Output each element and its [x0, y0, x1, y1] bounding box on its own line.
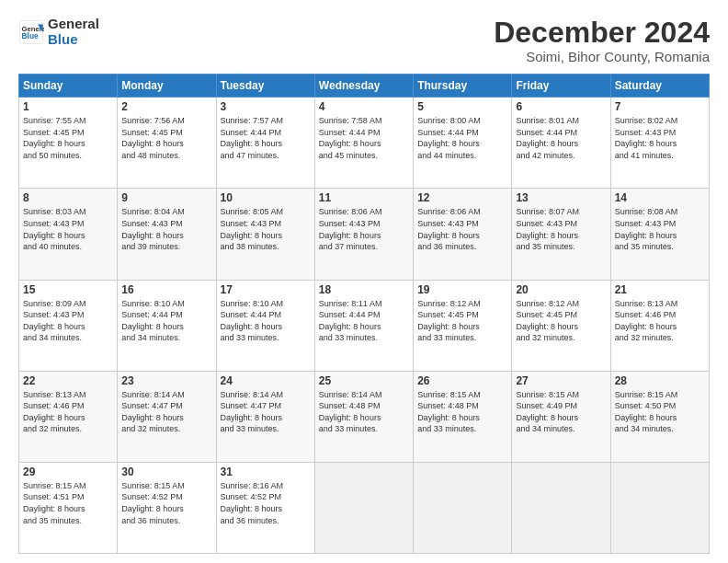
weekday-header-row: SundayMondayTuesdayWednesdayThursdayFrid… [19, 75, 710, 98]
calendar-cell: 13Sunrise: 8:07 AM Sunset: 4:43 PM Dayli… [512, 189, 610, 280]
calendar-cell: 5Sunrise: 8:00 AM Sunset: 4:44 PM Daylig… [414, 98, 512, 189]
cell-text: Sunrise: 8:09 AM Sunset: 4:43 PM Dayligh… [23, 298, 113, 344]
cell-text: Sunrise: 8:03 AM Sunset: 4:43 PM Dayligh… [23, 206, 113, 252]
day-number: 27 [516, 374, 606, 387]
calendar-cell: 4Sunrise: 7:58 AM Sunset: 4:44 PM Daylig… [314, 98, 413, 189]
calendar-cell: 7Sunrise: 8:02 AM Sunset: 4:43 PM Daylig… [610, 98, 709, 189]
calendar-cell [414, 462, 512, 553]
calendar-cell: 3Sunrise: 7:57 AM Sunset: 4:44 PM Daylig… [216, 98, 314, 189]
cell-text: Sunrise: 8:00 AM Sunset: 4:44 PM Dayligh… [417, 115, 507, 161]
day-number: 3 [221, 100, 311, 113]
calendar-cell: 26Sunrise: 8:15 AM Sunset: 4:48 PM Dayli… [414, 371, 512, 462]
day-number: 16 [121, 283, 211, 296]
day-number: 11 [319, 191, 409, 204]
cell-text: Sunrise: 8:06 AM Sunset: 4:43 PM Dayligh… [319, 206, 409, 252]
weekday-header-sunday: Sunday [19, 75, 118, 98]
calendar-cell: 28Sunrise: 8:15 AM Sunset: 4:50 PM Dayli… [610, 371, 709, 462]
calendar-cell: 29Sunrise: 8:15 AM Sunset: 4:51 PM Dayli… [19, 462, 118, 553]
cell-text: Sunrise: 8:01 AM Sunset: 4:44 PM Dayligh… [516, 115, 606, 161]
cell-text: Sunrise: 8:12 AM Sunset: 4:45 PM Dayligh… [516, 298, 606, 344]
day-number: 4 [319, 100, 409, 113]
day-number: 29 [23, 465, 113, 478]
calendar-cell: 19Sunrise: 8:12 AM Sunset: 4:45 PM Dayli… [414, 280, 512, 371]
cell-text: Sunrise: 8:15 AM Sunset: 4:52 PM Dayligh… [121, 480, 211, 526]
calendar-table: SundayMondayTuesdayWednesdayThursdayFrid… [18, 74, 710, 554]
day-number: 20 [516, 283, 606, 296]
header: General Blue General Blue December 2024 … [18, 17, 710, 64]
calendar-cell: 15Sunrise: 8:09 AM Sunset: 4:43 PM Dayli… [19, 280, 118, 371]
calendar-cell: 11Sunrise: 8:06 AM Sunset: 4:43 PM Dayli… [314, 189, 413, 280]
calendar-cell: 27Sunrise: 8:15 AM Sunset: 4:49 PM Dayli… [512, 371, 610, 462]
cell-text: Sunrise: 8:15 AM Sunset: 4:51 PM Dayligh… [23, 480, 113, 526]
day-number: 28 [615, 374, 705, 387]
day-number: 17 [221, 283, 311, 296]
day-number: 31 [221, 465, 311, 478]
cell-text: Sunrise: 8:15 AM Sunset: 4:48 PM Dayligh… [417, 389, 507, 435]
day-number: 10 [221, 191, 311, 204]
cell-text: Sunrise: 8:10 AM Sunset: 4:44 PM Dayligh… [221, 298, 311, 344]
day-number: 24 [221, 374, 311, 387]
cell-text: Sunrise: 8:08 AM Sunset: 4:43 PM Dayligh… [615, 206, 705, 252]
logo-icon: General Blue [18, 19, 44, 45]
cell-text: Sunrise: 8:14 AM Sunset: 4:47 PM Dayligh… [121, 389, 211, 435]
week-row-3: 15Sunrise: 8:09 AM Sunset: 4:43 PM Dayli… [19, 280, 710, 371]
day-number: 9 [121, 191, 211, 204]
main-title: December 2024 [494, 17, 710, 49]
day-number: 8 [23, 191, 113, 204]
week-row-5: 29Sunrise: 8:15 AM Sunset: 4:51 PM Dayli… [19, 462, 710, 553]
weekday-header-monday: Monday [118, 75, 216, 98]
calendar-cell: 31Sunrise: 8:16 AM Sunset: 4:52 PM Dayli… [216, 462, 314, 553]
day-number: 1 [23, 100, 113, 113]
day-number: 6 [516, 100, 606, 113]
day-number: 2 [121, 100, 211, 113]
cell-text: Sunrise: 8:13 AM Sunset: 4:46 PM Dayligh… [615, 298, 705, 344]
calendar-cell: 25Sunrise: 8:14 AM Sunset: 4:48 PM Dayli… [314, 371, 413, 462]
cell-text: Sunrise: 8:11 AM Sunset: 4:44 PM Dayligh… [319, 298, 409, 344]
weekday-header-wednesday: Wednesday [314, 75, 413, 98]
day-number: 14 [615, 191, 705, 204]
calendar-cell: 12Sunrise: 8:06 AM Sunset: 4:43 PM Dayli… [414, 189, 512, 280]
cell-text: Sunrise: 8:16 AM Sunset: 4:52 PM Dayligh… [221, 480, 311, 526]
day-number: 13 [516, 191, 606, 204]
cell-text: Sunrise: 8:15 AM Sunset: 4:49 PM Dayligh… [516, 389, 606, 435]
weekday-header-friday: Friday [512, 75, 610, 98]
calendar-cell: 8Sunrise: 8:03 AM Sunset: 4:43 PM Daylig… [19, 189, 118, 280]
calendar-cell: 23Sunrise: 8:14 AM Sunset: 4:47 PM Dayli… [118, 371, 216, 462]
day-number: 19 [417, 283, 507, 296]
weekday-header-thursday: Thursday [414, 75, 512, 98]
calendar-cell: 1Sunrise: 7:55 AM Sunset: 4:45 PM Daylig… [19, 98, 118, 189]
cell-text: Sunrise: 8:14 AM Sunset: 4:48 PM Dayligh… [319, 389, 409, 435]
day-number: 15 [23, 283, 113, 296]
week-row-4: 22Sunrise: 8:13 AM Sunset: 4:46 PM Dayli… [19, 371, 710, 462]
cell-text: Sunrise: 8:12 AM Sunset: 4:45 PM Dayligh… [417, 298, 507, 344]
svg-text:Blue: Blue [22, 31, 39, 40]
day-number: 5 [417, 100, 507, 113]
logo: General Blue General Blue [18, 17, 99, 47]
calendar-cell [512, 462, 610, 553]
calendar-cell: 24Sunrise: 8:14 AM Sunset: 4:47 PM Dayli… [216, 371, 314, 462]
logo-text: General Blue [48, 17, 99, 47]
calendar-cell [314, 462, 413, 553]
day-number: 7 [615, 100, 705, 113]
day-number: 22 [23, 374, 113, 387]
subtitle: Soimi, Bihor County, Romania [494, 49, 710, 64]
cell-text: Sunrise: 8:13 AM Sunset: 4:46 PM Dayligh… [23, 389, 113, 435]
calendar-cell: 16Sunrise: 8:10 AM Sunset: 4:44 PM Dayli… [118, 280, 216, 371]
cell-text: Sunrise: 8:04 AM Sunset: 4:43 PM Dayligh… [121, 206, 211, 252]
calendar-cell: 9Sunrise: 8:04 AM Sunset: 4:43 PM Daylig… [118, 189, 216, 280]
title-block: December 2024 Soimi, Bihor County, Roman… [494, 17, 710, 64]
cell-text: Sunrise: 8:07 AM Sunset: 4:43 PM Dayligh… [516, 206, 606, 252]
cell-text: Sunrise: 8:02 AM Sunset: 4:43 PM Dayligh… [615, 115, 705, 161]
calendar-cell: 6Sunrise: 8:01 AM Sunset: 4:44 PM Daylig… [512, 98, 610, 189]
cell-text: Sunrise: 8:15 AM Sunset: 4:50 PM Dayligh… [615, 389, 705, 435]
calendar-cell: 22Sunrise: 8:13 AM Sunset: 4:46 PM Dayli… [19, 371, 118, 462]
day-number: 30 [121, 465, 211, 478]
cell-text: Sunrise: 8:10 AM Sunset: 4:44 PM Dayligh… [121, 298, 211, 344]
weekday-header-saturday: Saturday [610, 75, 709, 98]
cell-text: Sunrise: 7:56 AM Sunset: 4:45 PM Dayligh… [121, 115, 211, 161]
day-number: 18 [319, 283, 409, 296]
week-row-2: 8Sunrise: 8:03 AM Sunset: 4:43 PM Daylig… [19, 189, 710, 280]
day-number: 12 [417, 191, 507, 204]
cell-text: Sunrise: 7:57 AM Sunset: 4:44 PM Dayligh… [221, 115, 311, 161]
cell-text: Sunrise: 8:06 AM Sunset: 4:43 PM Dayligh… [417, 206, 507, 252]
